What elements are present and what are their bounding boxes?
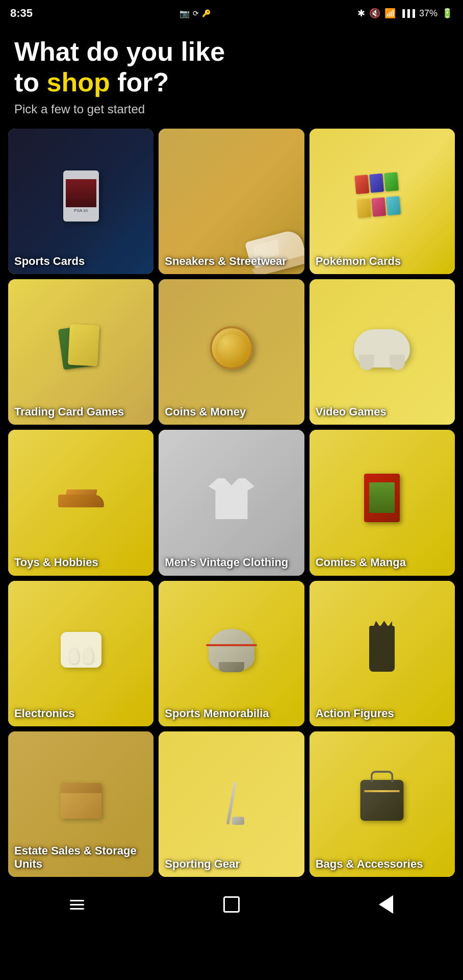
bag-icon [361,780,404,821]
category-bg [8,581,153,726]
category-item-comics[interactable]: Comics & Manga [310,430,455,575]
category-label: Sneakers & Streetwear [165,255,286,268]
category-label: Pokémon Cards [316,255,401,268]
category-item-video-games[interactable]: Video Games [310,279,455,425]
category-label: Video Games [316,405,387,419]
earbud-left [69,648,79,664]
rotate-icon: ⟳ [193,9,199,17]
signal-icon: ▐▐▐ [400,9,415,17]
page-title: What do you like to shop for? [14,37,449,98]
category-label: Sporting Gear [165,857,240,871]
category-item-electronics[interactable]: Electronics [8,581,153,726]
category-item-sporting-gear[interactable]: Sporting Gear [159,731,304,877]
category-label: Bags & Accessories [316,857,423,871]
tshirt-icon [209,478,254,519]
category-item-estate[interactable]: Estate Sales & Storage Units [8,731,153,877]
category-label: Estate Sales & Storage Units [14,844,153,871]
back-icon [379,895,393,914]
category-item-vintage[interactable]: Men's Vintage Clothing [159,430,304,575]
category-label: Trading Card Games [14,405,124,419]
category-bg [8,129,153,274]
earbuds-icon [61,632,101,668]
category-bg [8,279,153,425]
status-time: 8:35 [10,7,33,20]
category-item-toys[interactable]: Toys & Hobbies [8,430,153,575]
batman-icon [369,626,395,672]
category-item-coins[interactable]: Coins & Money [159,279,304,425]
header: What do you like to shop for? Pick a few… [0,27,463,125]
category-bg [159,581,304,726]
category-item-trading[interactable]: Trading Card Games [8,279,153,425]
category-item-sports-mem[interactable]: Sports Memorabilia [159,581,304,726]
title-line1: What do you like [14,37,225,66]
category-label: Toys & Hobbies [14,556,98,569]
status-bar: 8:35 📷 ⟳ 🔑 ✱ 🔇 📶 ▐▐▐ 37% 🔋 [0,0,463,27]
controller-icon [354,329,410,368]
category-label: Action Figures [316,707,394,720]
category-bg [310,129,455,274]
home-icon [223,896,240,913]
title-line2-before: to [14,67,47,97]
category-label: Sports Memorabilia [165,707,269,720]
bluetooth-icon: ✱ [357,8,365,19]
category-label: Electronics [14,707,75,720]
status-icons: 📷 ⟳ 🔑 [179,9,211,18]
category-item-sneakers[interactable]: Sneakers & Streetwear [159,129,304,274]
pokemon-icon [356,174,407,219]
category-bg [310,731,455,877]
category-label: Comics & Manga [316,556,406,569]
sports-cards-icon [63,170,99,222]
category-bg [310,279,455,425]
key-icon: 🔑 [202,9,211,17]
earbud-right [84,648,93,664]
trading-icon [61,325,101,371]
camera-icon: 📷 [179,9,190,18]
category-bg [159,279,304,425]
category-bg [310,581,455,726]
battery-icon: 🔋 [442,8,453,19]
category-item-sports-cards[interactable]: Sports Cards [8,129,153,274]
category-bg [159,430,304,575]
wifi-icon: 📶 [384,8,396,19]
category-grid: Sports Cards Sneakers & Streetwear [0,125,463,886]
category-bg [159,129,304,274]
category-bg [310,430,455,575]
category-item-bags[interactable]: Bags & Accessories [310,731,455,877]
menu-icon [70,900,84,910]
golf-icon [214,774,249,825]
mute-icon: 🔇 [369,8,380,19]
nav-home-button[interactable] [216,893,247,916]
comic-icon [364,474,400,522]
title-highlight: shop [47,67,110,97]
category-bg [159,731,304,877]
category-label: Coins & Money [165,405,246,419]
title-line2-after: for? [110,67,169,97]
plane-icon [56,484,107,515]
box-icon [61,783,101,819]
category-bg [8,430,153,575]
nav-menu-button[interactable] [62,893,92,916]
category-item-action[interactable]: Action Figures [310,581,455,726]
category-label: Sports Cards [14,255,85,268]
helmet-icon [209,629,254,670]
coins-icon [210,326,253,370]
bottom-nav [0,885,463,926]
category-item-pokemon[interactable]: Pokémon Cards [310,129,455,274]
category-label: Men's Vintage Clothing [165,556,288,569]
page-subtitle: Pick a few to get started [14,102,449,116]
status-right: ✱ 🔇 📶 ▐▐▐ 37% 🔋 [357,8,453,19]
battery-percent: 37% [419,8,438,19]
nav-back-button[interactable] [371,893,401,916]
